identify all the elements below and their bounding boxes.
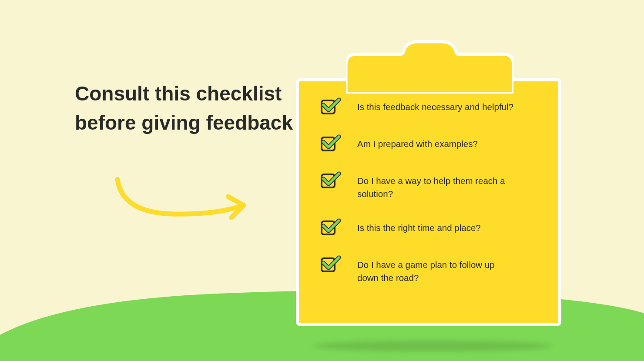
checklist-item-text: Am I prepared with examples? bbox=[357, 135, 478, 150]
page-heading: Consult this checklist before giving fee… bbox=[75, 79, 301, 137]
checkmark-icon bbox=[320, 216, 341, 237]
clipboard-shadow bbox=[313, 341, 553, 351]
checklist-item-text: Do I have a game plan to follow up down … bbox=[357, 256, 518, 284]
checklist-item: Am I prepared with examples? bbox=[320, 135, 542, 153]
arrow-icon bbox=[113, 174, 252, 226]
checkmark-icon bbox=[320, 132, 341, 153]
checklist-item-text: Is this the right time and place? bbox=[357, 219, 481, 234]
checklist: Is this feedback necessary and helpful? … bbox=[320, 98, 542, 303]
checklist-item: Is this the right time and place? bbox=[320, 219, 542, 237]
checkmark-icon bbox=[320, 169, 341, 190]
checklist-item-text: Do I have a way to help them reach a sol… bbox=[357, 172, 518, 200]
checkmark-icon bbox=[320, 95, 341, 116]
checklist-item-text: Is this feedback necessary and helpful? bbox=[357, 98, 513, 114]
clipboard: Is this feedback necessary and helpful? … bbox=[296, 39, 561, 339]
clipboard-clip bbox=[346, 39, 513, 91]
checkmark-icon bbox=[320, 253, 341, 274]
checklist-item: Is this feedback necessary and helpful? bbox=[320, 98, 542, 116]
checklist-item: Do I have a game plan to follow up down … bbox=[320, 256, 542, 284]
checklist-item: Do I have a way to help them reach a sol… bbox=[320, 172, 542, 200]
